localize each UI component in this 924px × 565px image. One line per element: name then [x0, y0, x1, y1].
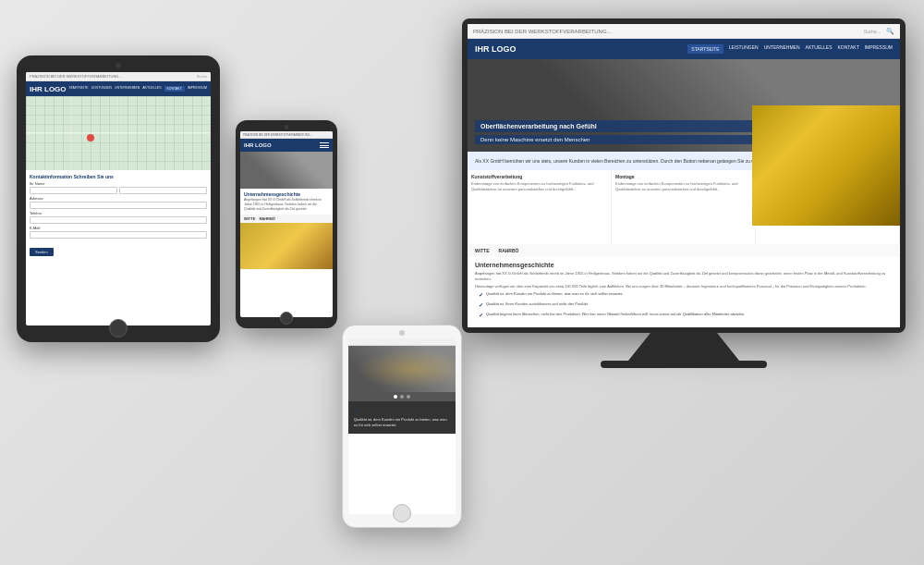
monitor-nav-aktuelles[interactable]: AKTUELLES	[806, 44, 833, 54]
tablet-nav-impressum[interactable]: IMPRESSUM	[188, 86, 207, 92]
phone1-nav: IHR LOGO	[240, 139, 333, 152]
phone1-tagline: PRÄZISION BEI DER WERKSTOFFVERARBEITUNG.…	[243, 133, 312, 137]
phone1-partner-witte: WiTTE	[244, 216, 255, 221]
checkmark-text-1: Qualität ist, dem Kunden ein Produkt zu …	[486, 291, 623, 297]
tablet-form-row-phone	[30, 216, 207, 224]
monitor-col-kunststoff: Kunststoffverarbeitung Endmontage von ei…	[468, 170, 612, 244]
checkmark-text-3: Qualität beginnt beim Menschen, nicht be…	[486, 312, 745, 317]
phone1-top-bar: PRÄZISION BEI DER WERKSTOFFVERARBEITUNG.…	[240, 131, 333, 139]
checkmark-row-3: ✓ Qualität beginnt beim Menschen, nicht …	[475, 310, 893, 320]
phone2-top-bar	[348, 338, 456, 346]
monitor-col-kunststoff-title: Kunststoffverarbeitung	[471, 174, 607, 179]
tablet-home-button[interactable]	[109, 319, 128, 338]
phone2-dot-1	[394, 395, 397, 399]
monitor-screen: PRÄZISION BEI DER WERKSTOFFVERARBEITUNG.…	[468, 24, 900, 327]
tablet-form-row-1	[30, 187, 207, 194]
tablet-top-bar: PRÄZISION BEI DER WERKSTOFFVERARBEITUNG.…	[26, 72, 211, 81]
tablet-device: PRÄZISION BEI DER WERKSTOFFVERARBEITUNG.…	[17, 55, 220, 342]
checkmark-icon-2: ✓	[479, 301, 483, 308]
phone2-dot-2	[400, 395, 404, 399]
phone2-device: " Qualität ist, dem Kunden ein Produkt z…	[342, 325, 462, 528]
phone2-quote: " Qualität ist, dem Kunden ein Produkt z…	[348, 401, 456, 434]
tablet-name-label: Ihr Name	[30, 181, 207, 186]
tablet-email-label: E-Mail	[30, 226, 207, 230]
phone1-partners: WiTTE RAHRBÖ	[240, 215, 333, 223]
tablet-address-label: Adresse	[30, 196, 207, 201]
phone2-hero	[348, 346, 456, 392]
phone2-home-button[interactable]	[393, 504, 411, 522]
tablet-logo: IHR LOGO	[30, 85, 67, 93]
monitor-device: PRÄZISION BEI DER WERKSTOFFVERARBEITUNG.…	[462, 18, 906, 370]
tablet-nav-aktuelles[interactable]: AKTUELLES	[142, 86, 161, 92]
checkmark-row-2: ✓ Qualität ist, Ihren Kunden zurückkommt…	[475, 300, 893, 310]
scene: PRÄZISION BEI DER WERKSTOFFVERARBEITUNG.…	[0, 0, 924, 565]
monitor-nav-kontakt[interactable]: KONTAKT	[837, 44, 858, 54]
phone2-camera	[399, 330, 405, 336]
monitor-unternehmen-text2: Heutzutage verfügen wir über eine Kapazi…	[475, 284, 893, 289]
phone2-screen: " Qualität ist, dem Kunden ein Produkt z…	[348, 338, 456, 514]
tablet-nav-items: STARTSEITE LEISTUNGEN UNTERNEHMEN AKTUEL…	[68, 86, 207, 92]
monitor-unternehmen-title: Unternehmensgeschichte	[475, 262, 893, 268]
tablet-form-field-phone[interactable]	[30, 216, 207, 224]
tablet-camera	[116, 63, 121, 68]
tablet-nav-kontakt[interactable]: KONTAKT	[164, 86, 185, 92]
monitor-unternehmens: Unternehmensgeschichte Angefangen hat XX…	[468, 257, 900, 325]
phone1-hero	[240, 152, 333, 189]
monitor-col-montage: Montage Endmontage von einfachen Kompone…	[612, 170, 756, 244]
tablet-phone-label: Telefon	[30, 211, 207, 215]
monitor-nav-unternehmen[interactable]: UNTERNEHMEN	[764, 44, 800, 54]
tablet-nav: IHR LOGO STARTSEITE LEISTUNGEN UNTERNEHM…	[26, 81, 211, 96]
tablet-tagline: PRÄZISION BEI DER WERKSTOFFVERARBEITUNG.…	[30, 74, 122, 79]
monitor-partner-witte: WiTTE	[475, 248, 490, 253]
monitor-top-bar: PRÄZISION BEI DER WERKSTOFFVERARBEITUNG.…	[468, 24, 900, 39]
tablet-form-row-address	[30, 202, 207, 209]
phone2-dot-3	[407, 395, 410, 399]
tablet-form-field-last[interactable]	[119, 187, 207, 194]
tablet-nav-startseite[interactable]: STARTSEITE	[68, 86, 88, 92]
tablet-send-button[interactable]: Senden	[30, 248, 54, 256]
tablet-form-field-first[interactable]	[30, 187, 117, 194]
tablet-nav-unternehmen[interactable]: UNTERNEHMEN	[115, 86, 140, 92]
monitor-tagline: PRÄZISION BEI DER WERKSTOFFVERARBEITUNG.…	[473, 29, 612, 34]
checkmark-text-2: Qualität ist, Ihren Kunden zurückkommt u…	[486, 301, 589, 307]
phone1-device: PRÄZISION BEI DER WERKSTOFFVERARBEITUNG.…	[236, 120, 337, 328]
monitor-logo: IHR LOGO	[475, 44, 517, 54]
tablet-screen: PRÄZISION BEI DER WERKSTOFFVERARBEITUNG.…	[26, 72, 211, 325]
phone1-section-title: Unternehmensgeschichte	[240, 189, 333, 198]
tablet-frame: PRÄZISION BEI DER WERKSTOFFVERARBEITUNG.…	[17, 55, 220, 342]
monitor-unternehmen-text1: Angefangen hat XX G GmbH als Schleiferei…	[475, 271, 893, 282]
tablet-nav-leistungen[interactable]: LEISTUNGEN	[91, 86, 112, 92]
checkmark-icon-3: ✓	[479, 312, 483, 318]
tablet-contact-title: Kontaktinformation Schreiben Sie uns	[30, 174, 207, 179]
tablet-form-field-email[interactable]	[30, 231, 207, 239]
phone2-nav-dots	[348, 392, 456, 401]
monitor-partner-logos: WiTTE RAHRBÖ	[468, 244, 900, 257]
monitor-hero: Oberflächenverarbeitung nach Gefühl Denn…	[468, 59, 900, 152]
phone2-sparks	[348, 346, 456, 392]
monitor-nav-items: STARTSEITE LEISTUNGEN UNTERNEHMEN AKTUEL…	[687, 44, 893, 54]
monitor-nav-impressum[interactable]: IMPRESSUM	[865, 44, 893, 54]
monitor-col-kunststoff-text: Endmontage von einfachen Komponenten zu …	[471, 181, 607, 191]
phone1-screen: PRÄZISION BEI DER WERKSTOFFVERARBEITUNG.…	[240, 131, 333, 317]
phone1-camera	[285, 125, 289, 129]
phone1-logo: IHR LOGO	[244, 142, 272, 148]
phone1-hamburger-icon[interactable]	[320, 142, 329, 148]
monitor-partner-rahrbo: RAHRBÖ	[499, 248, 519, 253]
phone1-partner-rahrbo: RAHRBÖ	[259, 216, 275, 221]
tablet-form-field-address[interactable]	[30, 202, 207, 209]
checkmark-row-1: ✓ Qualität ist, dem Kunden ein Produkt z…	[475, 289, 893, 300]
svg-point-4	[87, 134, 94, 141]
tablet-map-svg	[26, 96, 211, 170]
monitor-col-montage-text: Endmontage von einfachen Komponenten zu …	[615, 181, 751, 191]
tablet-map	[26, 96, 211, 170]
monitor-stand	[628, 333, 739, 361]
phone1-home-button[interactable]	[280, 312, 293, 325]
monitor-base	[601, 361, 767, 368]
tablet-contact-info: Kontaktinformation Schreiben Sie uns Ihr…	[26, 170, 211, 261]
phone2-quote-icon: "	[354, 407, 450, 415]
checkmark-icon-1: ✓	[479, 291, 483, 298]
monitor-nav-startseite[interactable]: STARTSEITE	[687, 44, 723, 54]
phone1-section-text: Angefangen hat XX G GmbH als Schleiferei…	[240, 198, 333, 215]
monitor-col-montage-title: Montage	[615, 174, 751, 179]
monitor-nav-leistungen[interactable]: LEISTUNGEN	[729, 44, 759, 54]
